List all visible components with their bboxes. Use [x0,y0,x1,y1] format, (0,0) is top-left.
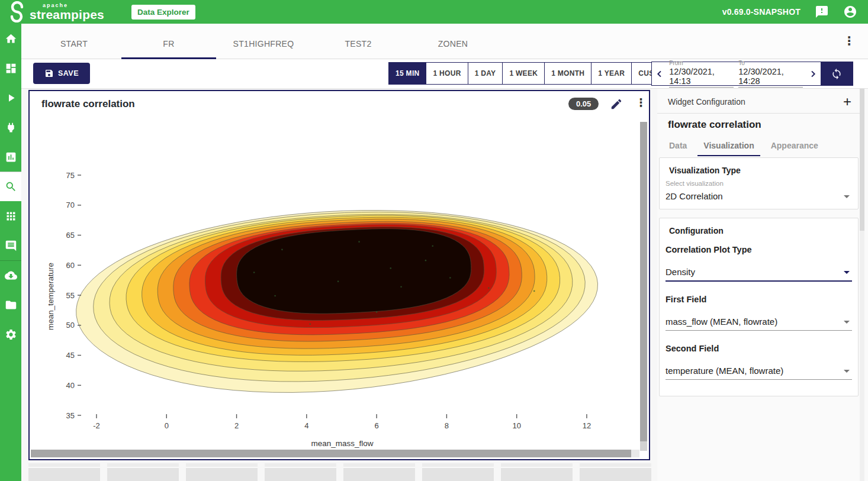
left-sidebar [0,24,21,481]
tab-label: FR [163,39,174,49]
toolbar: SAVE 15 MIN1 HOUR1 DAY1 WEEK1 MONTH1 YEA… [21,59,868,89]
panel-scrollbar[interactable] [860,89,864,481]
visualization-type-value: 2D Correlation [666,191,723,201]
cutoff-widget-cell [28,463,100,481]
x-tick-label: 4 [304,421,308,430]
x-tick-label: 6 [375,421,379,430]
range-button-1-day[interactable]: 1 DAY [468,62,503,85]
sidebar-item-play[interactable] [0,83,21,112]
streampipes-s-icon [6,1,27,22]
first-field-label: First Field [666,295,858,304]
bar-chart-icon [5,151,17,163]
sidebar-item-cloud-download[interactable] [0,260,21,290]
sidebar-item-bar-chart[interactable] [0,142,21,172]
configuration-card: Configuration Correlation Plot Type Dens… [659,218,859,396]
tab-start[interactable]: START [27,28,121,59]
widget-horizontal-scrollbar[interactable] [31,450,639,457]
x-tick-label: 2 [234,421,239,430]
save-button-label: SAVE [58,69,79,78]
from-value[interactable]: 12/30/2021, 14:13 [669,67,734,88]
to-date-field[interactable]: To 12/30/2021, 14:28 [738,60,803,88]
sidebar-item-search[interactable] [0,172,21,201]
from-date-field[interactable]: From 12/30/2021, 14:13 [669,60,734,88]
scatter-point [281,249,283,251]
contour-interval-badge: 0.05 [568,98,599,110]
user-avatar-icon[interactable] [843,5,857,19]
next-range-button[interactable] [805,62,820,85]
x-tick-label: -2 [93,421,100,430]
top-header-bar: apache streampipes Data Explorer v0.69.0… [0,0,868,24]
sidebar-item-gear[interactable] [0,319,21,349]
edit-widget-button[interactable] [610,98,623,111]
x-tick-label: 10 [512,421,520,430]
date-navigation: From 12/30/2021, 14:13 To 12/30/2021, 14… [651,62,853,86]
to-value[interactable]: 12/30/2021, 14:28 [738,67,803,88]
x-axis-label: mean_mass_flow [311,439,373,448]
range-button-1-hour[interactable]: 1 HOUR [426,62,467,85]
range-button-15-min[interactable]: 15 MIN [388,62,426,85]
tabstrip-menu-icon[interactable]: ⋮ [843,33,855,49]
panel-scroll-thumb[interactable] [860,89,864,231]
y-tick-label: 75 [66,171,75,180]
tab-st1highfreq[interactable]: ST1HIGHFREQ [216,28,311,59]
data-explorer-badge: Data Explorer [131,5,195,20]
tab-test2[interactable]: TEST2 [311,28,406,59]
time-range-group: 15 MIN1 HOUR1 DAY1 WEEK1 MONTH1 YEARCUST… [388,62,677,85]
sidebar-item-apps-grid[interactable] [0,201,21,231]
chevron-right-icon [808,69,818,79]
scatter-point [449,277,451,279]
config-tab-appearance[interactable]: Appearance [763,135,827,156]
scatter-point [425,260,427,262]
app-root: apache streampipes Data Explorer v0.69.0… [0,0,868,481]
previous-range-button[interactable] [652,62,667,85]
y-tick-label: 55 [66,291,75,300]
to-label: To [738,60,803,66]
dropdown-caret-icon [844,195,850,198]
y-axis-label: mean_temperature [46,263,55,330]
config-widget-title: flowrate correlation [668,119,761,131]
feedback-icon[interactable] [815,5,829,19]
range-button-1-year[interactable]: 1 YEAR [591,62,631,85]
save-button[interactable]: SAVE [33,63,90,84]
sidebar-item-dashboard[interactable] [0,53,21,83]
play-icon [5,92,17,104]
scatter-point [488,288,490,289]
config-tab-visualization[interactable]: Visualization [695,135,762,156]
config-tabs: DataVisualizationAppearance [661,135,827,156]
scatter-point [400,286,402,288]
range-button-1-week[interactable]: 1 WEEK [502,62,544,85]
config-panel-title: Widget Configuration [668,97,745,106]
tab-fr[interactable]: FR [121,28,216,59]
y-tick-label: 65 [66,231,75,240]
scatter-point [253,272,255,273]
config-tab-data[interactable]: Data [661,135,695,156]
search-icon [5,180,17,193]
widget-vertical-scrollbar[interactable] [640,122,647,441]
sidebar-item-home[interactable] [0,24,21,53]
scatter-point [358,241,360,243]
cloud-download-icon [5,269,17,282]
visualization-type-select[interactable]: 2D Correlation [666,189,852,205]
correlation-plot-canvas[interactable]: 354045505560657075-2024681012mean_mass_f… [36,120,639,454]
sidebar-item-chat[interactable] [0,231,21,260]
plug-icon [5,121,17,134]
add-widget-icon[interactable]: + [843,95,851,108]
plot-type-select[interactable]: Density [666,265,852,282]
y-tick-label: 70 [66,201,75,209]
horizontal-scroll-thumb[interactable] [31,450,631,457]
second-field-select[interactable]: temperature (MEAN, flowrate) [666,364,852,380]
sidebar-item-plug[interactable] [0,112,21,142]
refresh-button[interactable] [821,62,853,86]
range-button-1-month[interactable]: 1 MONTH [544,62,591,85]
refresh-icon [831,68,843,80]
dropdown-caret-icon [844,370,850,373]
x-tick-label: 8 [445,421,449,430]
sidebar-item-folder[interactable] [0,290,21,319]
cutoff-widget-cell [186,463,258,481]
first-field-select[interactable]: mass_flow (MEAN, flowrate) [666,315,852,331]
widget-title: flowrate correlation [41,98,135,110]
widget-menu-icon[interactable]: ⋮ [635,96,647,109]
pencil-icon [610,98,623,111]
streampipes-logo: apache streampipes [6,1,104,22]
tab-zonen[interactable]: ZONEN [406,28,500,59]
